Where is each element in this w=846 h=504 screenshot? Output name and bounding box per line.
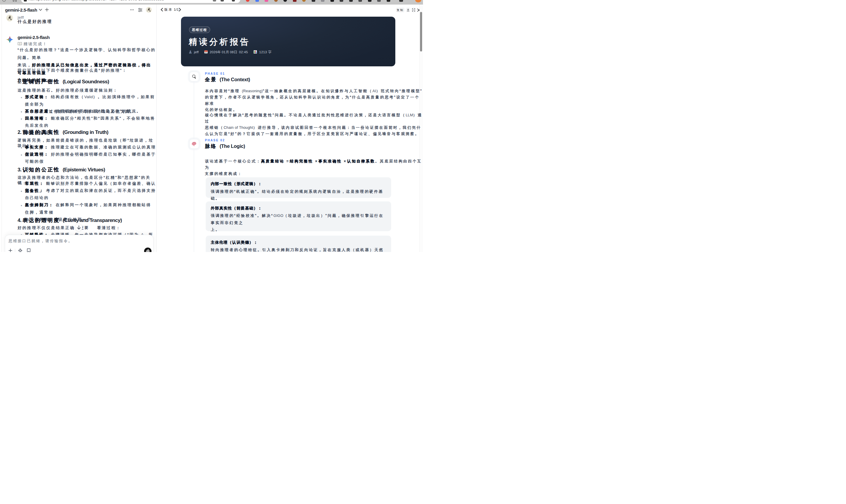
svg-text:17: 17: [205, 52, 207, 53]
